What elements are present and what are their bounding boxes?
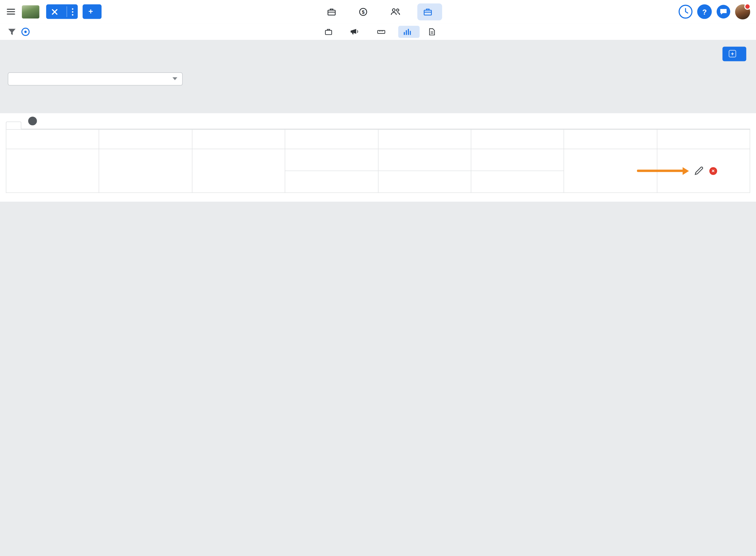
- invite-button[interactable]: +: [83, 4, 102, 19]
- topnav-network[interactable]: [384, 3, 410, 20]
- items-detail-table: ×: [6, 129, 750, 193]
- detail-tab-sub-item-types[interactable]: [21, 113, 48, 129]
- dcol-description: [471, 130, 564, 149]
- topnav-product-services[interactable]: [417, 3, 442, 20]
- expanded-item-type-panel: ×: [0, 113, 756, 202]
- chevron-down-icon: [173, 77, 177, 80]
- detail-item-tax: [192, 149, 285, 193]
- user-avatar[interactable]: [735, 4, 750, 19]
- top-bar-actions: ?: [678, 0, 750, 23]
- filter-icon[interactable]: [8, 28, 16, 35]
- radio-target-icon[interactable]: [21, 28, 29, 36]
- dcol-account-name: [378, 130, 471, 149]
- dollar-sync-icon: $: [359, 7, 367, 16]
- work-order-button[interactable]: [46, 4, 67, 19]
- history-icon[interactable]: [678, 4, 693, 19]
- top-bar: + $ ?: [0, 0, 756, 23]
- back-to-top-row: [0, 202, 756, 223]
- detail-account-type-income: [285, 149, 378, 171]
- tools-icon: [51, 8, 58, 15]
- topnav-accounting[interactable]: $: [353, 3, 377, 21]
- detail-tab-items[interactable]: [6, 121, 21, 129]
- plus-icon: +: [88, 8, 93, 16]
- detail-price-cost: [564, 149, 657, 193]
- detail-account-type-expense: [285, 171, 378, 193]
- top-navigation: $: [321, 0, 442, 23]
- app-logo[interactable]: [22, 5, 39, 18]
- detail-tabs: [6, 113, 750, 129]
- detail-table-header-row: [6, 130, 750, 149]
- item-type-table-header: [0, 90, 756, 109]
- detail-description-expense: [471, 171, 564, 193]
- detail-account-name-income: [378, 149, 471, 171]
- tab-chart-of-accounts[interactable]: [423, 25, 444, 38]
- dcol-name: [6, 130, 99, 149]
- briefcase-icon: [328, 8, 336, 15]
- help-icon[interactable]: ?: [697, 4, 712, 19]
- dcol-tax-code: [192, 130, 285, 149]
- document-icon: [429, 28, 435, 35]
- work-order-more-icon[interactable]: [67, 4, 78, 19]
- tab-material[interactable]: [371, 26, 394, 38]
- detail-item-product: [99, 149, 192, 193]
- product-box-icon: [424, 8, 432, 15]
- bars-icon: [403, 28, 411, 35]
- app-window: + $ ?: [0, 0, 756, 556]
- page-header: +: [0, 40, 756, 68]
- megaphone-icon: [350, 28, 359, 35]
- sub-nav: [0, 23, 756, 40]
- svg-text:$: $: [362, 9, 365, 14]
- topnav-operations[interactable]: [321, 3, 346, 20]
- filter-row: [0, 68, 756, 90]
- briefcase-icon: [325, 28, 332, 35]
- tab-scheduled-services[interactable]: [345, 25, 368, 38]
- detail-account-name-expense: [378, 171, 471, 193]
- annotation-arrow: [637, 167, 689, 175]
- edit-pencil-icon[interactable]: [694, 166, 703, 175]
- version-switch: [8, 28, 35, 36]
- add-item-type-button[interactable]: +: [722, 46, 746, 61]
- menu-icon[interactable]: [7, 7, 15, 16]
- detail-description-income: [471, 149, 564, 171]
- dcol-price-cost: [564, 130, 657, 149]
- dcol-account-type: [285, 130, 378, 149]
- sub-nav-tabs: [319, 25, 444, 38]
- dcol-product-service: [99, 130, 192, 149]
- tab-services-rates[interactable]: [319, 26, 341, 38]
- dcol-actions: [657, 130, 750, 149]
- remove-icon[interactable]: ×: [709, 167, 717, 175]
- department-filter-select[interactable]: [8, 72, 183, 85]
- people-icon: [391, 8, 400, 16]
- detail-row: ×: [6, 149, 750, 171]
- tab-items[interactable]: [398, 26, 420, 38]
- sub-item-types-count-badge: [28, 116, 37, 125]
- ruler-icon: [377, 28, 386, 35]
- work-order-button-group: [46, 4, 78, 19]
- chat-icon[interactable]: [716, 4, 731, 19]
- plus-square-icon: +: [729, 50, 736, 58]
- detail-item-name: [6, 149, 99, 193]
